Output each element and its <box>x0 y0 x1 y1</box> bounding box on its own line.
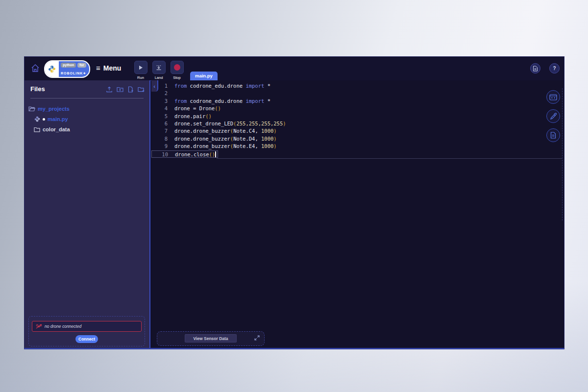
code-text: drone = Drone() <box>168 105 221 112</box>
code-line[interactable]: 2 <box>151 90 176 97</box>
code-text: drone.set_drone_LED(255,255,255,255) <box>168 120 286 127</box>
python-file-icon <box>34 116 40 122</box>
line-number: 10 <box>152 151 168 157</box>
tree-item-main-py[interactable]: main.py <box>34 115 68 123</box>
code-line[interactable]: 1from codrone_edu.drone import * <box>151 82 272 90</box>
drone-status-text: no drone connected <box>45 324 81 329</box>
line-number: 3 <box>151 98 168 105</box>
sidebar-divider <box>30 98 144 98</box>
stop-icon <box>174 64 180 71</box>
line-number: 5 <box>151 113 168 120</box>
code-line[interactable]: 7drone.drone_buzzer(Note.C4, 1000) <box>151 127 278 135</box>
robolink-python-logo[interactable]: python for ROBOLINK✦ <box>44 60 90 78</box>
files-sidebar: Files <box>24 80 150 348</box>
folder-icon <box>34 127 40 132</box>
code-text <box>168 90 174 97</box>
top-bar: python for ROBOLINK✦ ≡ Menu Run <box>24 57 564 81</box>
land-icon <box>155 64 162 71</box>
code-line[interactable]: 9drone.drone_buzzer(Note.E4, 1000) <box>151 143 278 150</box>
expand-icon[interactable] <box>254 335 260 341</box>
stop-label: Stop <box>168 75 186 80</box>
line-number: 8 <box>151 135 168 143</box>
logo-python-label: python <box>61 63 76 68</box>
run-label: Run <box>131 75 150 80</box>
line-number: 6 <box>151 120 168 127</box>
line-number: 7 <box>151 127 168 135</box>
menu-label: Menu <box>103 64 122 72</box>
line-number: 2 <box>151 90 168 97</box>
text-cursor <box>215 151 216 157</box>
land-label: Land <box>149 75 168 80</box>
drone-status-field[interactable]: no drone connected <box>32 321 142 332</box>
logo-text: python for ROBOLINK✦ <box>59 61 89 77</box>
code-text: drone.drone_buzzer(Note.E4, 1000) <box>168 143 277 150</box>
docs-button[interactable] <box>530 63 540 74</box>
line-number: 9 <box>151 143 168 150</box>
modified-dot-icon <box>43 118 45 121</box>
window-code-icon <box>549 94 557 100</box>
code-line[interactable]: 10drone.close() <box>151 150 218 158</box>
menu-button[interactable]: ≡ Menu <box>96 64 121 72</box>
eyedropper-icon <box>550 113 557 120</box>
code-snippets-button[interactable] <box>546 90 560 104</box>
stop-button[interactable]: Stop <box>168 61 186 80</box>
desktop-background: python for ROBOLINK✦ ≡ Menu Run <box>0 0 588 392</box>
document-icon <box>533 66 538 72</box>
file-toolbar <box>106 86 145 93</box>
tab-main-py[interactable]: main.py <box>190 72 218 80</box>
view-sensor-data-button[interactable]: View Sensor Data <box>185 334 237 343</box>
code-line[interactable]: 8drone.drone_buzzer(Note.D4, 1000) <box>151 135 278 143</box>
drone-disconnected-icon <box>36 324 42 329</box>
hamburger-icon: ≡ <box>96 64 100 72</box>
code-editor[interactable]: ‹ 1from codrone_edu.drone import *23from… <box>151 80 564 348</box>
color-picker-button[interactable] <box>546 109 560 123</box>
tree-label: main.py <box>48 116 68 122</box>
code-line[interactable]: 6drone.set_drone_LED(255,255,255,255) <box>151 120 288 127</box>
run-button[interactable]: Run <box>131 61 150 80</box>
line-number: 1 <box>151 82 168 90</box>
folder-open-icon <box>28 106 35 112</box>
tree-label: my_projects <box>38 106 70 112</box>
logo-brand-label: ROBOLINK✦ <box>61 72 86 75</box>
code-text: from codrone_edu.drone import * <box>168 98 270 105</box>
tree-item-color-data[interactable]: color_data <box>34 125 70 133</box>
land-button[interactable]: Land <box>149 61 168 80</box>
line-number: 4 <box>151 105 168 112</box>
code-text: drone.drone_buzzer(Note.D4, 1000) <box>168 135 277 143</box>
tree-item-my-projects[interactable]: my_projects <box>28 105 70 113</box>
play-icon <box>138 65 144 71</box>
tree-label: color_data <box>43 126 70 132</box>
files-panel-title: Files <box>30 85 45 93</box>
new-file-icon[interactable] <box>127 86 134 93</box>
upload-folder-icon[interactable] <box>117 86 123 93</box>
sensor-data-bar: View Sensor Data <box>157 331 265 346</box>
question-icon: ? <box>553 66 556 71</box>
file-lines-icon <box>550 132 556 139</box>
python-logo-icon <box>45 61 59 77</box>
app-window: python for ROBOLINK✦ ≡ Menu Run <box>24 56 564 349</box>
drone-connect-panel: no drone connected Connect <box>28 316 145 346</box>
code-text: drone.close() <box>168 151 216 157</box>
home-icon[interactable] <box>30 63 40 73</box>
code-line[interactable]: 4drone = Drone() <box>151 105 222 112</box>
code-text: drone.drone_buzzer(Note.C4, 1000) <box>168 127 277 135</box>
code-line[interactable]: 5drone.pair() <box>151 113 213 120</box>
help-button[interactable]: ? <box>549 63 560 74</box>
new-folder-icon[interactable] <box>138 86 145 93</box>
code-line[interactable]: 3from codrone_edu.drone import * <box>151 98 272 105</box>
file-info-button[interactable] <box>546 128 560 142</box>
connect-button[interactable]: Connect <box>75 335 98 343</box>
editor-edge-guide <box>562 88 563 220</box>
logo-for-label: for <box>77 63 86 68</box>
code-area[interactable]: 1from codrone_edu.drone import *23from c… <box>151 82 564 158</box>
code-text: drone.pair() <box>168 113 212 120</box>
upload-file-icon[interactable] <box>106 86 113 93</box>
code-text: from codrone_edu.drone import * <box>168 82 270 90</box>
active-line-extender <box>217 158 562 159</box>
